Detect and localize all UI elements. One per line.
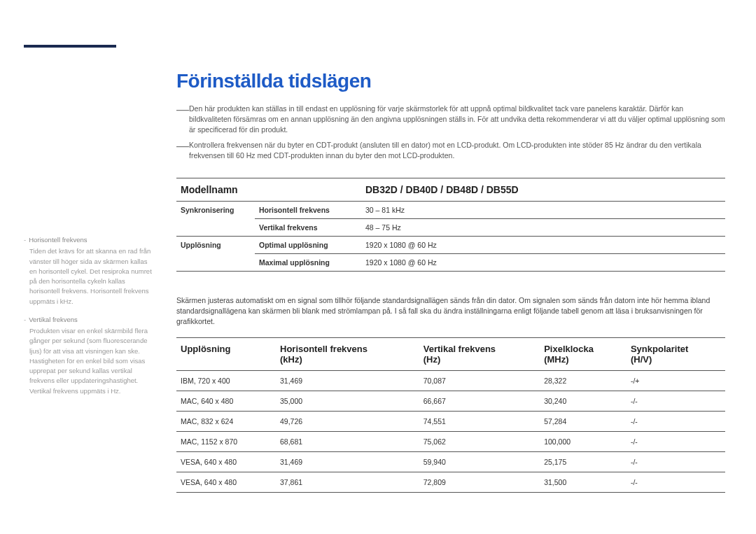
cell-vfreq: 59,940: [419, 452, 540, 472]
cell-resolution: VESA, 640 x 480: [176, 472, 276, 493]
cell-vfreq: 74,551: [419, 412, 540, 432]
sidebar-heading: -Horisontell frekvens: [24, 235, 155, 245]
cell-clock: 100,000: [540, 432, 626, 452]
cell-pol: -/-: [626, 391, 725, 412]
empty-cell: [176, 254, 255, 272]
auto-adjust-paragraph: Skärmen justeras automatiskt om en signa…: [176, 295, 725, 328]
cell-resolution: MAC, 640 x 480: [176, 391, 276, 412]
sidebar-heading-text: Horisontell frekvens: [29, 236, 87, 244]
cell-clock: 25,175: [540, 452, 626, 472]
spec-value: 30 – 81 kHz: [361, 202, 725, 219]
cell-clock: 57,284: [540, 412, 626, 432]
cell-pol: -/-: [626, 472, 725, 493]
table-row: IBM, 720 x 400 31,469 70,087 28,322 -/+: [176, 371, 725, 391]
note-item: ― Kontrollera frekvensen när du byter en…: [176, 140, 725, 161]
table-row: MAC, 640 x 480 35,000 66,667 30,240 -/-: [176, 391, 725, 412]
timing-table: Upplösning Horisontell frekvens(kHz) Ver…: [176, 337, 725, 493]
model-name-header: Modellnamn: [176, 178, 361, 202]
cell-pol: -/+: [626, 371, 725, 391]
sidebar-block: -Vertikal frekvens Produkten visar en en…: [24, 315, 155, 396]
model-spec-table: Modellnamn DB32D / DB40D / DB48D / DB55D…: [176, 178, 725, 272]
cell-hfreq: 31,469: [276, 452, 419, 472]
resolution-group-label: Upplösning: [176, 237, 255, 254]
note-text: Den här produkten kan ställas in till en…: [189, 104, 725, 136]
col-vfreq: Vertikal frekvens(Hz): [419, 338, 540, 371]
col-syncpol: Synkpolaritet(H/V): [626, 338, 725, 371]
spec-label: Optimal upplösning: [255, 237, 361, 254]
empty-cell: [176, 219, 255, 237]
note-item: ― Den här produkten kan ställas in till …: [176, 104, 725, 136]
note-list: ― Den här produkten kan ställas in till …: [176, 104, 725, 165]
cell-clock: 31,500: [540, 472, 626, 493]
page-title: Förinställda tidslägen: [176, 70, 371, 92]
col-resolution: Upplösning: [176, 338, 276, 371]
col-label: Vertikal frekvens: [424, 344, 496, 354]
cell-vfreq: 72,809: [419, 472, 540, 493]
col-pixelclock: Pixelklocka(MHz): [540, 338, 626, 371]
cell-hfreq: 31,469: [276, 371, 419, 391]
note-dash-icon: ―: [176, 104, 189, 136]
cell-resolution: VESA, 640 x 480: [176, 452, 276, 472]
table-row: MAC, 1152 x 870 68,681 75,062 100,000 -/…: [176, 432, 725, 452]
col-unit: (kHz): [280, 354, 415, 365]
accent-bar: [24, 45, 116, 48]
cell-vfreq: 70,087: [419, 371, 540, 391]
bullet-dash-icon: -: [24, 316, 26, 323]
sidebar-heading: -Vertikal frekvens: [24, 315, 155, 325]
col-label: Pixelklocka: [544, 344, 594, 354]
col-unit: (Hz): [424, 354, 536, 365]
table-row: MAC, 832 x 624 49,726 74,551 57,284 -/-: [176, 412, 725, 432]
spec-label: Vertikal frekvens: [255, 219, 361, 237]
col-unit: (H/V): [631, 354, 721, 365]
note-dash-icon: ―: [176, 140, 189, 161]
col-label: Synkpolaritet: [631, 344, 688, 354]
cell-pol: -/-: [626, 432, 725, 452]
spec-value: 48 – 75 Hz: [361, 219, 725, 237]
col-label: Upplösning: [181, 344, 231, 354]
cell-resolution: IBM, 720 x 400: [176, 371, 276, 391]
cell-vfreq: 75,062: [419, 432, 540, 452]
col-hfreq: Horisontell frekvens(kHz): [276, 338, 419, 371]
bullet-dash-icon: -: [24, 236, 26, 244]
cell-hfreq: 49,726: [276, 412, 419, 432]
spec-value: 1920 x 1080 @ 60 Hz: [361, 237, 725, 254]
model-name-value: DB32D / DB40D / DB48D / DB55D: [361, 178, 725, 202]
note-text: Kontrollera frekvensen när du byter en C…: [189, 140, 725, 161]
cell-resolution: MAC, 1152 x 870: [176, 432, 276, 452]
cell-vfreq: 66,667: [419, 391, 540, 412]
table-row: VESA, 640 x 480 37,861 72,809 31,500 -/-: [176, 472, 725, 493]
spec-label: Horisontell frekvens: [255, 202, 361, 219]
spec-value: 1920 x 1080 @ 60 Hz: [361, 254, 725, 272]
sidebar-heading-text: Vertikal frekvens: [29, 316, 78, 323]
cell-clock: 28,322: [540, 371, 626, 391]
sidebar-body: Tiden det krävs för att skanna en rad fr…: [24, 246, 155, 307]
col-label: Horisontell frekvens: [280, 344, 368, 354]
cell-clock: 30,240: [540, 391, 626, 412]
cell-pol: -/-: [626, 412, 725, 432]
spec-label: Maximal upplösning: [255, 254, 361, 272]
cell-hfreq: 37,861: [276, 472, 419, 493]
cell-hfreq: 35,000: [276, 391, 419, 412]
table-row: VESA, 640 x 480 31,469 59,940 25,175 -/-: [176, 452, 725, 472]
cell-pol: -/-: [626, 452, 725, 472]
sidebar-body: Produkten visar en enkel skärmbild flera…: [24, 326, 155, 396]
cell-resolution: MAC, 832 x 624: [176, 412, 276, 432]
sync-group-label: Synkronisering: [176, 202, 255, 219]
cell-hfreq: 68,681: [276, 432, 419, 452]
col-unit: (MHz): [544, 354, 622, 365]
sidebar-notes: -Horisontell frekvens Tiden det krävs fö…: [24, 235, 155, 405]
sidebar-block: -Horisontell frekvens Tiden det krävs fö…: [24, 235, 155, 307]
